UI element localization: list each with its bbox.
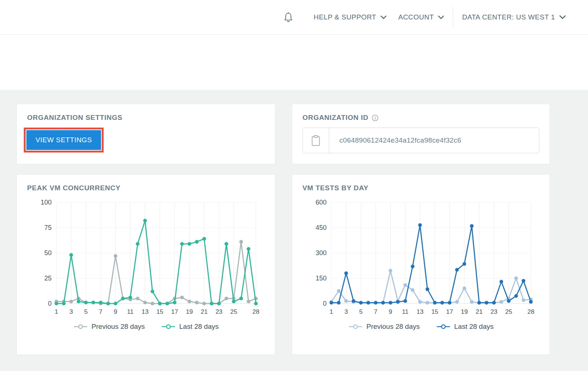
svg-text:11: 11 xyxy=(127,308,134,315)
svg-text:300: 300 xyxy=(316,249,327,257)
legend-marker-icon xyxy=(348,324,363,329)
organization-settings-title: ORGANIZATION SETTINGS xyxy=(27,114,265,122)
organization-id-value: c064890612424e34a12fca98ce4f32c6 xyxy=(329,128,461,153)
svg-text:15: 15 xyxy=(431,308,438,315)
svg-text:19: 19 xyxy=(461,308,468,315)
svg-text:5: 5 xyxy=(359,308,362,315)
svg-text:50: 50 xyxy=(44,249,52,257)
svg-text:7: 7 xyxy=(374,308,377,315)
legend-item-previous-28-days[interactable]: Previous 28 days xyxy=(348,323,420,331)
organization-id-card: ORGANIZATION ID c064890612424e34a12fca98… xyxy=(292,104,550,164)
svg-text:21: 21 xyxy=(476,308,483,315)
info-icon[interactable] xyxy=(372,114,379,121)
data-center-menu[interactable]: DATA CENTER: US WEST 1 xyxy=(456,10,572,25)
clipboard-icon xyxy=(311,135,320,146)
svg-text:9: 9 xyxy=(389,308,392,315)
svg-text:25: 25 xyxy=(505,308,512,315)
svg-text:17: 17 xyxy=(171,308,178,315)
line-chart-svg: 025507510013579111315171921232528 xyxy=(28,198,264,319)
help-support-menu[interactable]: HELP & SUPPORT xyxy=(308,10,392,25)
organization-id-title-text: ORGANIZATION ID xyxy=(302,114,368,122)
legend-label: Previous 28 days xyxy=(92,323,145,331)
vm-tests-by-day-legend: Previous 28 daysLast 28 days xyxy=(302,323,539,331)
peak-vm-concurrency-card: PEAK VM CONCURRENCY 02550751001357911131… xyxy=(16,174,275,355)
svg-text:28: 28 xyxy=(528,308,535,315)
legend-marker-icon xyxy=(73,324,88,329)
chevron-down-icon xyxy=(438,15,444,19)
top-nav: HELP & SUPPORT ACCOUNT DATA CENTER: US W… xyxy=(0,0,588,35)
svg-text:9: 9 xyxy=(114,308,117,315)
svg-text:19: 19 xyxy=(186,308,193,315)
chevron-down-icon xyxy=(380,15,387,19)
peak-vm-concurrency-legend: Previous 28 daysLast 28 days xyxy=(27,323,265,331)
svg-text:15: 15 xyxy=(156,308,163,315)
page-header-area xyxy=(0,35,588,90)
peak-vm-concurrency-chart[interactable]: 025507510013579111315171921232528 xyxy=(27,198,265,319)
organization-id-field[interactable]: c064890612424e34a12fca98ce4f32c6 xyxy=(302,128,539,153)
legend-marker-icon xyxy=(161,324,176,329)
svg-text:28: 28 xyxy=(253,308,260,315)
svg-text:25: 25 xyxy=(44,275,52,282)
legend-label: Last 28 days xyxy=(454,323,494,331)
svg-text:13: 13 xyxy=(142,308,149,315)
svg-text:11: 11 xyxy=(402,308,409,315)
svg-text:23: 23 xyxy=(491,308,498,315)
svg-text:100: 100 xyxy=(41,199,52,206)
svg-text:17: 17 xyxy=(446,308,453,315)
organization-settings-card: ORGANIZATION SETTINGS VIEW SETTINGS xyxy=(16,104,275,164)
annotation-highlight-box: VIEW SETTINGS xyxy=(24,128,104,153)
vm-tests-by-day-title: VM TESTS BY DAY xyxy=(302,184,539,192)
svg-text:75: 75 xyxy=(44,224,52,231)
svg-text:3: 3 xyxy=(70,308,73,315)
svg-text:150: 150 xyxy=(316,275,327,282)
copy-org-id-button[interactable] xyxy=(303,128,329,153)
legend-marker-icon xyxy=(436,324,451,329)
chevron-down-icon xyxy=(559,15,566,19)
svg-text:23: 23 xyxy=(216,308,223,315)
peak-vm-concurrency-title: PEAK VM CONCURRENCY xyxy=(27,184,265,192)
svg-text:7: 7 xyxy=(99,308,102,315)
svg-text:1: 1 xyxy=(330,308,333,315)
legend-label: Last 28 days xyxy=(179,323,219,331)
dashboard-content: ORGANIZATION SETTINGS VIEW SETTINGS ORGA… xyxy=(0,90,588,371)
account-menu[interactable]: ACCOUNT xyxy=(392,10,450,25)
svg-text:0: 0 xyxy=(48,300,52,307)
organization-id-title: ORGANIZATION ID xyxy=(302,114,539,122)
svg-text:1: 1 xyxy=(55,308,58,315)
notifications-button[interactable] xyxy=(280,8,297,27)
data-center-label: DATA CENTER: US WEST 1 xyxy=(462,13,555,21)
svg-text:0: 0 xyxy=(323,300,327,307)
vm-tests-by-day-chart[interactable]: 015030045060013579111315171921232528 xyxy=(302,198,539,319)
svg-text:13: 13 xyxy=(417,308,424,315)
help-support-label: HELP & SUPPORT xyxy=(314,13,376,21)
svg-text:450: 450 xyxy=(316,224,327,231)
account-label: ACCOUNT xyxy=(398,13,434,21)
bell-icon xyxy=(283,12,293,23)
card-grid: ORGANIZATION SETTINGS VIEW SETTINGS ORGA… xyxy=(16,104,588,355)
legend-item-last-28-days[interactable]: Last 28 days xyxy=(161,323,219,331)
view-settings-button[interactable]: VIEW SETTINGS xyxy=(26,130,101,150)
vm-tests-by-day-card: VM TESTS BY DAY 015030045060013579111315… xyxy=(292,174,550,355)
svg-text:5: 5 xyxy=(84,308,88,315)
svg-text:3: 3 xyxy=(345,308,348,315)
svg-text:25: 25 xyxy=(230,308,237,315)
legend-item-last-28-days[interactable]: Last 28 days xyxy=(436,323,494,331)
svg-text:21: 21 xyxy=(201,308,208,315)
legend-item-previous-28-days[interactable]: Previous 28 days xyxy=(73,323,145,331)
line-chart-svg: 015030045060013579111315171921232528 xyxy=(303,198,539,319)
legend-label: Previous 28 days xyxy=(366,323,420,331)
nav-divider xyxy=(453,7,453,28)
svg-text:600: 600 xyxy=(316,199,327,206)
